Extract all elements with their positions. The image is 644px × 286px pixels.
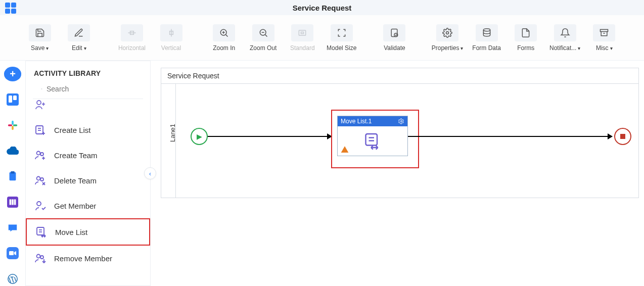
task-header: Move List.1 [338, 116, 407, 126]
svg-rect-20 [9, 96, 12, 103]
list-item-label: Move List [55, 228, 87, 236]
align-horizontal-button[interactable]: Horizontal [112, 20, 152, 56]
task-node-move-list[interactable]: Move List.1 [337, 116, 408, 156]
rail-grid-icon[interactable] [4, 195, 21, 209]
page-title: Service Request [0, 4, 644, 12]
list-item-delete-team[interactable]: Delete Team [26, 168, 150, 193]
rail-cloud-icon[interactable] [4, 144, 21, 158]
properties-label: Properties [432, 44, 459, 52]
svg-rect-54 [37, 227, 44, 235]
activity-library-panel: ACTIVITY LIBRARY Create List Create Team… [25, 61, 151, 286]
chevron-down-icon: ▾ [46, 45, 49, 51]
app-rail: + [0, 61, 25, 286]
svg-rect-24 [12, 126, 14, 130]
person-plus-icon [34, 99, 47, 111]
canvas-container: Service Request Lane1 ▶ Move List.1 [151, 61, 644, 286]
horizontal-label: Horizontal [118, 44, 146, 52]
list-item-create-team[interactable]: Create Team [26, 142, 150, 168]
svg-line-36 [42, 89, 42, 90]
svg-rect-30 [12, 199, 14, 205]
app-grid-icon[interactable] [5, 3, 16, 14]
save-icon [29, 24, 51, 41]
svg-rect-31 [14, 199, 16, 205]
list-move-icon [362, 132, 383, 151]
zoom-in-icon [213, 24, 235, 41]
svg-point-15 [446, 31, 449, 34]
rail-video-icon[interactable] [4, 246, 21, 261]
chevron-left-icon: ‹ [149, 170, 151, 177]
connector-start-to-task[interactable] [208, 136, 332, 137]
list-item-label: Create List [54, 126, 91, 134]
list-item-create-list[interactable]: Create List [26, 117, 150, 142]
svg-line-5 [226, 34, 228, 36]
save-button[interactable]: Save▾ [20, 20, 60, 56]
end-node[interactable] [614, 128, 631, 145]
svg-point-58 [40, 256, 43, 259]
title-bar: Service Request [0, 0, 644, 15]
svg-point-35 [41, 88, 42, 89]
svg-rect-27 [11, 171, 14, 174]
svg-point-53 [37, 202, 41, 206]
start-node[interactable]: ▶ [191, 128, 208, 145]
database-icon [476, 24, 498, 41]
notifications-label: Notificat... [549, 44, 576, 52]
task-title: Move List.1 [341, 118, 372, 125]
fit-icon [331, 24, 353, 41]
team-down-icon [34, 252, 47, 265]
svg-rect-11 [299, 30, 306, 35]
rail-wordpress-icon[interactable] [4, 271, 21, 286]
edit-label: Edit [72, 44, 82, 52]
frame-icon [291, 24, 313, 41]
zoom-in-button[interactable]: Zoom In [204, 20, 244, 56]
pool-title[interactable]: Service Request [161, 68, 638, 84]
warning-icon [341, 146, 349, 154]
svg-rect-25 [13, 124, 17, 126]
activity-library-heading: ACTIVITY LIBRARY [26, 61, 150, 82]
svg-rect-23 [8, 124, 12, 126]
list-item[interactable] [26, 99, 150, 117]
rail-chat-icon[interactable] [4, 220, 21, 235]
list-item-remove-member[interactable]: Remove Member [26, 246, 150, 271]
svg-rect-12 [301, 32, 304, 33]
svg-rect-22 [12, 121, 14, 125]
list-item-label: Create Team [54, 151, 98, 160]
validate-button[interactable]: Validate [375, 20, 415, 56]
connector-task-to-end[interactable] [408, 136, 612, 137]
misc-button[interactable]: Misc▾ [584, 20, 624, 56]
zoom-standard-button[interactable]: Standard [283, 20, 322, 56]
rail-slack-icon[interactable] [4, 118, 21, 132]
person-check-icon [34, 199, 47, 212]
rail-trello-icon[interactable] [4, 92, 21, 107]
zoom-model-size-button[interactable]: Model Size [322, 20, 361, 56]
search-input[interactable] [47, 85, 135, 93]
form-data-button[interactable]: Form Data [467, 20, 507, 56]
activity-library-search[interactable] [33, 82, 143, 99]
align-vertical-button[interactable]: Vertical [152, 20, 191, 56]
collapse-sidebar-button[interactable]: ‹ [144, 167, 156, 179]
forms-label: Forms [517, 44, 534, 52]
svg-point-50 [40, 178, 43, 181]
zoom-out-button[interactable]: Zoom Out [244, 20, 283, 56]
align-horizontal-icon [121, 24, 143, 41]
align-vertical-icon [160, 24, 182, 41]
svg-point-60 [401, 121, 402, 122]
zoom-out-icon [252, 24, 274, 41]
list-item-get-member[interactable]: Get Member [26, 193, 150, 218]
notifications-button[interactable]: Notificat...▾ [545, 20, 585, 56]
process-canvas[interactable]: Service Request Lane1 ▶ Move List.1 [161, 68, 639, 198]
team-x-icon [34, 174, 47, 187]
properties-button[interactable]: Properties▾ [428, 20, 467, 56]
forms-button[interactable]: Forms [506, 20, 545, 56]
play-icon: ▶ [197, 132, 202, 140]
svg-point-46 [40, 153, 43, 156]
rail-clipboard-icon[interactable] [4, 169, 21, 184]
list-item-move-list[interactable]: Move List [26, 218, 150, 246]
svg-rect-33 [9, 251, 14, 255]
svg-point-37 [37, 101, 41, 105]
list-item-label: Delete Team [54, 176, 97, 185]
edit-button[interactable]: Edit▾ [60, 20, 99, 56]
gear-icon[interactable] [398, 118, 404, 124]
zoom-out-label: Zoom Out [250, 44, 277, 52]
svg-point-49 [37, 177, 40, 180]
add-button[interactable]: + [4, 67, 21, 81]
